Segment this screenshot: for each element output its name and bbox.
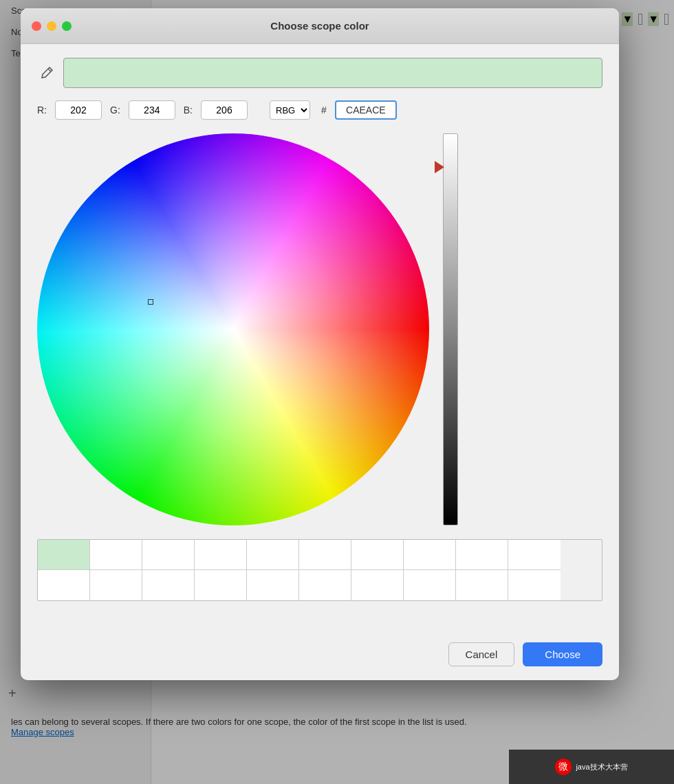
wheel-cursor xyxy=(148,299,153,305)
titlebar-buttons xyxy=(32,21,72,31)
watermark-icon: 微 xyxy=(555,759,572,775)
choose-button[interactable]: Choose xyxy=(523,642,602,666)
color-wheel-canvas[interactable] xyxy=(37,133,429,525)
swatch-cell-1-8[interactable] xyxy=(456,570,508,600)
color-preview-row xyxy=(37,58,602,88)
b-input[interactable] xyxy=(201,100,248,120)
swatches-row-0 xyxy=(38,540,602,570)
swatch-cell-1-9[interactable] xyxy=(508,570,561,600)
cancel-button[interactable]: Cancel xyxy=(448,642,515,666)
swatch-cell-0-6[interactable] xyxy=(351,540,404,570)
swatch-cell-1-5[interactable] xyxy=(299,570,351,600)
dialog-titlebar: Choose scope color xyxy=(21,8,619,44)
swatch-cell-0-0[interactable] xyxy=(38,540,90,570)
swatch-cell-1-7[interactable] xyxy=(404,570,456,600)
swatch-cell-0-1[interactable] xyxy=(90,540,142,570)
hash-label: # xyxy=(321,105,327,116)
swatch-cell-1-3[interactable] xyxy=(195,570,247,600)
swatches-row-1 xyxy=(38,570,602,600)
swatch-cell-0-3[interactable] xyxy=(195,540,247,570)
dialog-footer: Cancel Choose xyxy=(21,634,619,680)
brightness-slider[interactable] xyxy=(443,133,458,525)
swatches-grid xyxy=(37,539,602,601)
brightness-track[interactable] xyxy=(443,133,458,525)
color-picker-dialog: Choose scope color R: G: B: RBG HSB xyxy=(21,8,619,680)
watermark: 微 java技术大本营 xyxy=(509,750,674,784)
watermark-text: java技术大本营 xyxy=(576,762,627,772)
swatch-cell-1-4[interactable] xyxy=(247,570,299,600)
swatch-cell-1-0[interactable] xyxy=(38,570,90,600)
close-button[interactable] xyxy=(32,21,41,31)
swatch-cell-1-6[interactable] xyxy=(351,570,404,600)
r-label: R: xyxy=(37,105,47,116)
color-wheel-container[interactable] xyxy=(37,133,429,525)
hex-input[interactable] xyxy=(335,100,397,120)
svg-line-0 xyxy=(48,69,51,72)
swatch-cell-1-1[interactable] xyxy=(90,570,142,600)
maximize-button[interactable] xyxy=(62,21,72,31)
dialog-body: R: G: B: RBG HSB HSL # xyxy=(21,44,619,634)
b-label: B: xyxy=(184,105,193,116)
r-input[interactable] xyxy=(55,100,102,120)
eyedropper-button[interactable] xyxy=(37,63,56,83)
swatch-cell-0-9[interactable] xyxy=(508,540,561,570)
swatch-cell-0-5[interactable] xyxy=(299,540,351,570)
swatch-cell-0-2[interactable] xyxy=(142,540,195,570)
swatch-cell-0-4[interactable] xyxy=(247,540,299,570)
rgb-input-row: R: G: B: RBG HSB HSL # xyxy=(37,100,602,120)
swatch-cell-1-2[interactable] xyxy=(142,570,195,600)
swatches-area xyxy=(37,539,602,601)
dialog-title: Choose scope color xyxy=(270,20,369,32)
minimize-button[interactable] xyxy=(47,21,56,31)
color-mode-select[interactable]: RBG HSB HSL xyxy=(270,100,310,120)
swatch-cell-0-7[interactable] xyxy=(404,540,456,570)
color-wheel-area xyxy=(37,133,602,525)
color-preview-bar xyxy=(63,58,602,88)
swatch-cell-0-8[interactable] xyxy=(456,540,508,570)
g-input[interactable] xyxy=(129,100,175,120)
g-label: G: xyxy=(110,105,120,116)
brightness-thumb xyxy=(435,161,444,173)
